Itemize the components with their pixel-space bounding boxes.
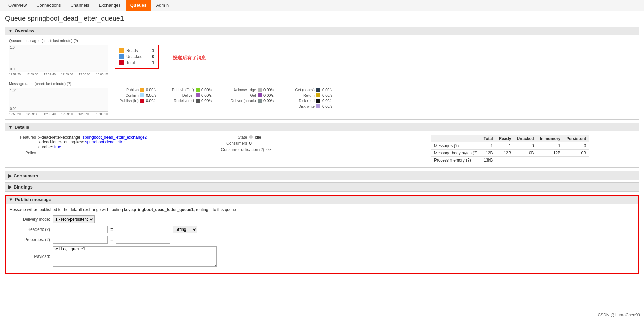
details-grid: Features x-dead-letter-exchange: springb… xyxy=(9,135,635,164)
rate-deliver-noack: Deliver (noack) 0.00/s xyxy=(222,99,281,103)
features-label: Features xyxy=(9,135,36,140)
publish-out-color xyxy=(196,88,200,92)
row-bytes-unacked: 0B xyxy=(514,150,537,157)
publish-message-header[interactable]: ▼ Publish message xyxy=(6,196,638,204)
row-bytes-label: Message body bytes (?) xyxy=(431,150,481,157)
rates-right-col: Acknowledge 0.00/s Get 0.00/s Deliver (n… xyxy=(222,88,281,103)
chevron-down-publish-icon: ▼ xyxy=(9,197,13,202)
message-rates-label: Message rates (chart: last minute) (?) xyxy=(9,82,635,86)
page-title: Queue springboot_dead_letter_queue1 xyxy=(5,15,639,23)
details-section-header[interactable]: ▼ Details xyxy=(5,123,639,131)
rate-return: Return 0.00/s xyxy=(284,93,339,97)
consumer-util-row: Consumer utilisation (?) 0% xyxy=(220,147,424,152)
properties-value-input[interactable] xyxy=(116,236,170,244)
row-process-total: 13kB xyxy=(481,157,496,164)
properties-row: Properties: (?) = xyxy=(9,236,635,244)
headers-key-input[interactable] xyxy=(53,226,108,233)
publish-color xyxy=(140,88,144,92)
chart-y-top: 1.0 xyxy=(10,46,15,50)
state-row: State idle xyxy=(220,135,424,140)
acknowledge-color xyxy=(258,88,262,92)
row-bytes-ready: 12B xyxy=(496,150,514,157)
publish-message-section: ▼ Publish message Message will be publis… xyxy=(5,195,639,274)
table-row: Messages (?) 1 1 0 1 0 xyxy=(431,142,589,150)
confirm-color xyxy=(140,93,144,97)
annotation-text: 投递后有了消息 xyxy=(173,55,206,61)
ready-label: Ready xyxy=(126,48,150,53)
table-row: Message body bytes (?) 12B 12B 0B 12B 0B xyxy=(431,150,589,157)
deliver-color xyxy=(196,93,200,97)
publish-message-content: Message will be published to the default… xyxy=(6,204,638,273)
rate-publish-out: Publish (Out) 0.00/s xyxy=(167,88,218,92)
row-process-unacked xyxy=(514,157,537,164)
queued-messages-row: 1.0 0.0 12:59:20 12:59:30 12:59:40 12:59… xyxy=(9,45,635,76)
bindings-section-header[interactable]: ▶ Bindings xyxy=(5,183,639,191)
payload-textarea[interactable]: hello, queue1 xyxy=(53,246,217,267)
rates-mid-col: Publish (Out) 0.00/s Deliver 0.00/s Rede… xyxy=(167,88,218,103)
rates-chart: 1.0/s 0.0/s xyxy=(9,88,108,112)
stats-header-empty xyxy=(431,135,481,142)
rates-y-bottom: 0.0/s xyxy=(10,107,17,111)
rates-far-right-col: Get (noack) 0.00/s Return 0.00/s Disk re… xyxy=(284,88,339,108)
consumer-util-label: Consumer utilisation (?) xyxy=(220,147,264,152)
rates-grid: 1.0/s 0.0/s 12:59:20 12:59:30 12:59:40 1… xyxy=(9,88,635,116)
routing-key-bold: springboot_dead_letter_queue1 xyxy=(131,207,194,212)
properties-key-input[interactable] xyxy=(53,236,108,244)
row-messages-persistent: 0 xyxy=(563,142,589,150)
nav-admin[interactable]: Admin xyxy=(151,0,173,11)
bindings-section-label: Bindings xyxy=(14,184,33,190)
overview-section-header[interactable]: ▼ Overview xyxy=(5,27,639,35)
overview-section-content: Queued messages (chart: last minute) (?)… xyxy=(5,35,639,120)
row-bytes-total: 12B xyxy=(481,150,496,157)
unacked-label: Unacked xyxy=(126,54,150,59)
total-value: 1 xyxy=(152,60,154,65)
rates-left-col: Publish 0.00/s Confirm 0.00/s Publish (I… xyxy=(111,88,163,103)
durable-link[interactable]: true xyxy=(54,144,61,149)
stats-header-inmemory: In memory xyxy=(537,135,563,142)
total-label: Total xyxy=(126,60,150,65)
page-content: Queue springboot_dead_letter_queue1 ▼ Ov… xyxy=(0,11,644,277)
unacked-color xyxy=(119,54,124,59)
consumer-util-value: 0% xyxy=(266,147,272,152)
state-label: State xyxy=(220,135,247,140)
headers-label: Headers: (?) xyxy=(9,227,50,232)
consumers-row: Consumers 0 xyxy=(220,141,424,146)
nav-exchanges[interactable]: Exchanges xyxy=(94,0,125,11)
consumers-section-header[interactable]: ▶ Consumers xyxy=(5,171,639,180)
features-row: Features x-dead-letter-exchange: springb… xyxy=(9,135,213,149)
rates-y-top: 1.0/s xyxy=(10,89,17,93)
delivery-mode-select[interactable]: 1 - Non-persistent 2 - Persistent xyxy=(53,215,95,223)
nav-overview[interactable]: Overview xyxy=(3,0,31,11)
headers-type-select[interactable]: String Number Boolean xyxy=(173,226,197,233)
nav-queues[interactable]: Queues xyxy=(126,0,152,11)
legend-unacked: Unacked 0 xyxy=(119,54,154,59)
deliver-noack-color xyxy=(258,99,262,103)
row-messages-label: Messages (?) xyxy=(431,142,481,150)
policy-label: Policy xyxy=(9,151,36,155)
rate-acknowledge: Acknowledge 0.00/s xyxy=(222,88,281,92)
row-messages-total: 1 xyxy=(481,142,496,150)
queued-chart: 1.0 0.0 xyxy=(9,45,108,72)
disk-write-color xyxy=(316,104,320,108)
rate-redelivered: Redelivered 0.00/s xyxy=(167,99,218,103)
details-mid: State idle Consumers 0 Consumer utilisat… xyxy=(220,135,424,164)
nav-connections[interactable]: Connections xyxy=(31,0,66,11)
properties-equals: = xyxy=(110,237,113,242)
bindings-section: ▶ Bindings xyxy=(5,182,639,192)
features-values: x-dead-letter-exchange: springboot_dead_… xyxy=(38,135,147,149)
rates-chart-x-labels: 12:59:20 12:59:30 12:59:40 12:59:50 13:0… xyxy=(9,112,108,116)
state-value: idle xyxy=(249,135,261,140)
routing-key-link[interactable]: springboot.dead.letter xyxy=(85,140,125,144)
stats-header-persistent: Persistent xyxy=(563,135,589,142)
stats-table: Total Ready Unacked In memory Persistent… xyxy=(431,135,589,164)
nav-channels[interactable]: Channels xyxy=(66,0,94,11)
total-color xyxy=(119,60,124,65)
headers-row: Headers: (?) = String Number Boolean xyxy=(9,226,635,233)
rate-publish-in: Publish (In) 0.00/s xyxy=(111,99,163,103)
headers-value-input[interactable] xyxy=(116,226,170,233)
consumers-section: ▶ Consumers xyxy=(5,171,639,180)
ready-color xyxy=(119,48,124,53)
rates-chart-area: 1.0/s 0.0/s 12:59:20 12:59:30 12:59:40 1… xyxy=(9,88,108,116)
queued-chart-x-labels: 12:59:20 12:59:30 12:59:40 12:59:50 13:0… xyxy=(9,73,108,76)
exchange-link[interactable]: springboot_dead_letter_exchange2 xyxy=(83,135,147,140)
